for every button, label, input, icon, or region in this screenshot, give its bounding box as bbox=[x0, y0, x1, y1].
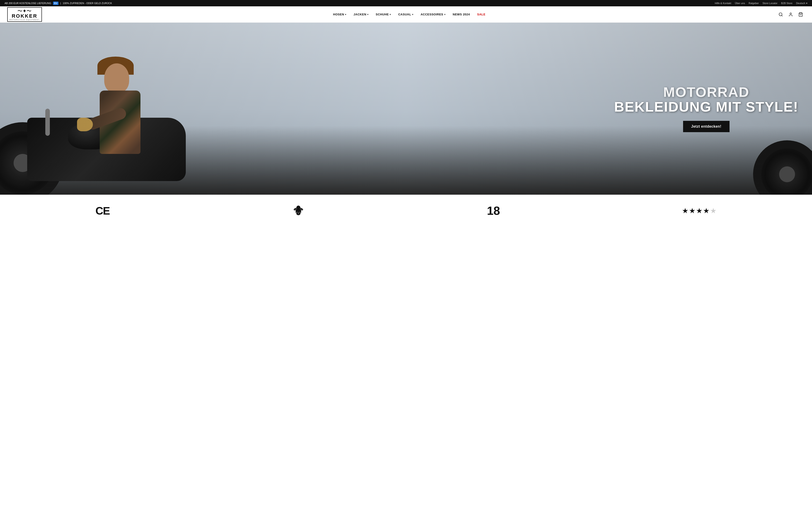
svg-point-2 bbox=[790, 13, 792, 14]
badges-bar: CE 18 ★ ★ ★ ★ ★ bbox=[0, 194, 812, 222]
nav-casual-label: CASUAL bbox=[398, 13, 411, 16]
years-number: 18 bbox=[487, 204, 500, 218]
language-selector[interactable]: Deutsch ▾ bbox=[796, 2, 807, 5]
hero-title-line2: BEKLEIDUNG MIT STYLE! bbox=[614, 99, 798, 115]
logo-text: ROKKER bbox=[12, 13, 37, 18]
rating-badge: ★ ★ ★ ★ ★ bbox=[682, 207, 717, 215]
ratgeber-link[interactable]: Ratgeber bbox=[749, 2, 759, 5]
cart-icon bbox=[798, 12, 803, 17]
store-locator-link[interactable]: Store Locator bbox=[762, 2, 777, 5]
nav-jacken[interactable]: JACKEN ▾ bbox=[350, 11, 371, 18]
nav-schuhe-label: SCHUHE bbox=[376, 13, 389, 16]
nav-hosen-label: HOSEN bbox=[333, 13, 344, 16]
account-button[interactable] bbox=[786, 10, 795, 18]
free-shipping-text: AB 200 EUR KOSTENLOSE LIEFERUNG bbox=[5, 2, 51, 5]
quality-badge bbox=[292, 204, 305, 218]
star-1: ★ bbox=[682, 207, 689, 215]
nav-sale-label: SALE bbox=[477, 13, 486, 16]
top-bar-right: Hilfe & Kontakt Über uns Ratgeber Store … bbox=[715, 2, 807, 5]
hero-text-block: MOTORRAD BEKLEIDUNG MIT STYLE! Jetzt ent… bbox=[614, 85, 798, 132]
nav-accessoires[interactable]: ACCESSOIRES ▾ bbox=[417, 11, 449, 18]
nav-sale[interactable]: SALE bbox=[474, 11, 489, 18]
chevron-down-icon: ▾ bbox=[412, 13, 413, 16]
nav-news[interactable]: NEWS 2024 bbox=[450, 11, 473, 18]
ce-mark-icon: CE bbox=[95, 205, 110, 217]
header-icons bbox=[777, 10, 805, 18]
nav-news-label: NEWS 2024 bbox=[453, 13, 470, 16]
svg-line-1 bbox=[782, 15, 782, 16]
years-badge: 18 bbox=[487, 204, 500, 218]
nav-accessoires-label: ACCESSOIRES bbox=[420, 13, 443, 16]
separator: | bbox=[60, 2, 61, 5]
eu-badge: EU bbox=[53, 2, 58, 5]
star-5-empty: ★ bbox=[710, 207, 717, 215]
star-3: ★ bbox=[696, 207, 703, 215]
ce-badge: CE bbox=[95, 205, 110, 217]
star-4: ★ bbox=[703, 207, 710, 215]
quality-icon bbox=[292, 204, 305, 218]
hero-title-line1: MOTORRAD bbox=[614, 85, 798, 99]
search-button[interactable] bbox=[777, 10, 785, 18]
chevron-down-icon: ▾ bbox=[367, 13, 369, 16]
hero-section: MOTORRAD BEKLEIDUNG MIT STYLE! Jetzt ent… bbox=[0, 23, 812, 194]
logo[interactable]: 〜✦〜 ROKKER MOTORCYCLE EQUIPMENT bbox=[7, 7, 42, 22]
chevron-down-icon: ▾ bbox=[806, 2, 807, 5]
top-bar: AB 200 EUR KOSTENLOSE LIEFERUNG EU | 100… bbox=[0, 0, 812, 6]
chevron-down-icon: ▾ bbox=[345, 13, 346, 16]
nav-casual[interactable]: CASUAL ▾ bbox=[395, 11, 417, 18]
nav-hosen[interactable]: HOSEN ▾ bbox=[330, 11, 349, 18]
chevron-down-icon: ▾ bbox=[390, 13, 391, 16]
svg-point-5 bbox=[296, 206, 300, 211]
top-bar-left: AB 200 EUR KOSTENLOSE LIEFERUNG EU | 100… bbox=[5, 2, 112, 5]
hilfe-link[interactable]: Hilfe & Kontakt bbox=[715, 2, 731, 5]
header: 〜✦〜 ROKKER MOTORCYCLE EQUIPMENT HOSEN ▾ … bbox=[0, 6, 812, 23]
ueber-uns-link[interactable]: Über uns bbox=[735, 2, 745, 5]
stars-icon: ★ ★ ★ ★ ★ bbox=[682, 207, 717, 215]
satisfaction-text: 100% ZUFRIEDEN - ODER GELD ZURÜCK bbox=[63, 2, 112, 5]
star-2: ★ bbox=[689, 207, 696, 215]
nav-jacken-label: JACKEN bbox=[353, 13, 366, 16]
language-label: Deutsch bbox=[796, 2, 805, 5]
logo-subtitle: MOTORCYCLE EQUIPMENT bbox=[9, 19, 40, 20]
logo-wings-icon: 〜✦〜 bbox=[17, 9, 32, 13]
b2b-store-link[interactable]: B2B Store bbox=[781, 2, 793, 5]
user-icon bbox=[789, 12, 793, 17]
cart-button[interactable] bbox=[797, 10, 805, 18]
chevron-down-icon: ▾ bbox=[444, 13, 446, 16]
main-nav: HOSEN ▾ JACKEN ▾ SCHUHE ▾ CASUAL ▾ ACCES… bbox=[330, 11, 489, 18]
nav-schuhe[interactable]: SCHUHE ▾ bbox=[372, 11, 394, 18]
hero-cta-button[interactable]: Jetzt entdecken! bbox=[683, 121, 729, 132]
search-icon bbox=[778, 12, 783, 17]
